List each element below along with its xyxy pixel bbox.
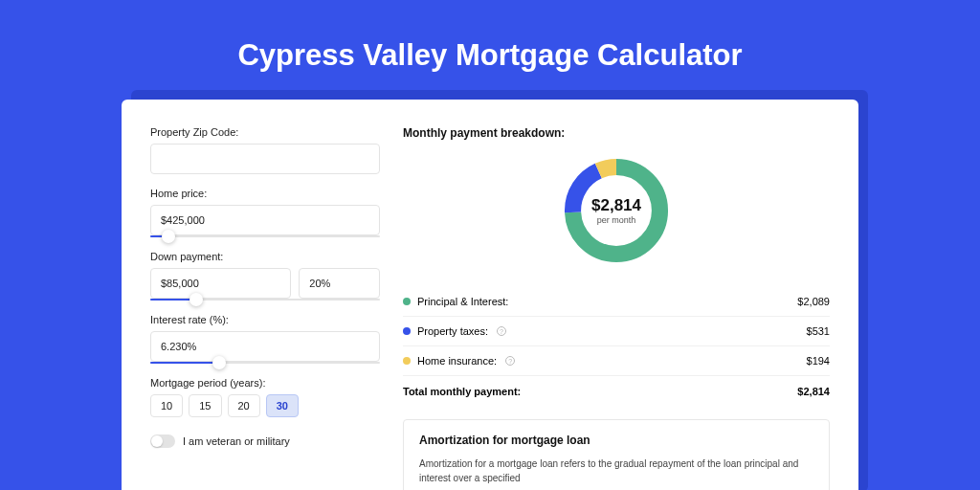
amortization-title: Amortization for mortgage loan: [419, 434, 813, 447]
results-column: Monthly payment breakdown: $2,814 per mo…: [403, 126, 830, 475]
input-column: Property Zip Code: Home price: Down paym…: [150, 126, 380, 475]
donut-center: $2,814 per month: [559, 153, 674, 268]
legend-label-principal: Principal & Interest:: [417, 296, 508, 307]
price-slider[interactable]: [150, 235, 380, 237]
down-slider[interactable]: [150, 299, 380, 301]
breakdown-title: Monthly payment breakdown:: [403, 126, 830, 140]
legend-label-taxes: Property taxes:: [417, 325, 488, 337]
rate-field: Interest rate (%):: [150, 314, 380, 364]
amortization-text: Amortization for a mortgage loan refers …: [419, 457, 813, 485]
legend-row-principal: Principal & Interest: $2,089: [403, 287, 830, 317]
calculator-card: Property Zip Code: Home price: Down paym…: [122, 100, 858, 490]
down-field: Down payment:: [150, 251, 380, 301]
dot-insurance: [403, 357, 411, 365]
donut-wrap: $2,814 per month: [403, 144, 830, 283]
dot-taxes: [403, 327, 411, 335]
rate-input[interactable]: [150, 331, 380, 362]
amortization-box: Amortization for mortgage loan Amortizat…: [403, 419, 830, 490]
veteran-label: I am veteran or military: [183, 435, 290, 447]
info-icon[interactable]: ?: [505, 356, 515, 366]
legend: Principal & Interest: $2,089 Property ta…: [403, 287, 830, 406]
price-slider-thumb[interactable]: [162, 230, 175, 243]
rate-slider[interactable]: [150, 362, 380, 364]
donut-chart: $2,814 per month: [559, 153, 674, 268]
zip-field: Property Zip Code:: [150, 126, 380, 174]
legend-label-insurance: Home insurance:: [417, 355, 497, 367]
zip-label: Property Zip Code:: [150, 126, 380, 138]
down-amount-input[interactable]: [150, 268, 291, 299]
rate-label: Interest rate (%):: [150, 314, 380, 325]
period-buttons: 10 15 20 30: [150, 394, 380, 417]
rate-slider-fill: [150, 362, 219, 364]
price-field: Home price:: [150, 188, 380, 237]
dot-principal: [403, 298, 411, 305]
down-slider-thumb[interactable]: [189, 293, 203, 306]
down-label: Down payment:: [150, 251, 380, 262]
legend-value-principal: $2,089: [797, 296, 830, 307]
price-input[interactable]: [150, 205, 380, 235]
legend-row-taxes: Property taxes: ? $531: [403, 317, 830, 346]
down-percent-input[interactable]: [299, 268, 380, 299]
veteran-toggle[interactable]: [150, 434, 175, 448]
period-btn-20[interactable]: 20: [228, 394, 260, 417]
legend-value-taxes: $531: [807, 325, 830, 337]
period-btn-15[interactable]: 15: [189, 394, 221, 417]
legend-value-insurance: $194: [807, 355, 830, 367]
donut-amount: $2,814: [591, 196, 641, 215]
total-value: $2,814: [797, 386, 830, 397]
total-label: Total monthly payment:: [403, 386, 521, 397]
rate-slider-thumb[interactable]: [212, 356, 226, 369]
info-icon[interactable]: ?: [497, 326, 506, 336]
period-field: Mortgage period (years): 10 15 20 30: [150, 377, 380, 417]
legend-row-total: Total monthly payment: $2,814: [403, 376, 830, 406]
period-btn-10[interactable]: 10: [150, 394, 183, 417]
price-label: Home price:: [150, 188, 380, 199]
donut-sub: per month: [597, 215, 636, 225]
legend-row-insurance: Home insurance: ? $194: [403, 346, 830, 376]
page-title: Cypress Valley Mortgage Calculator: [0, 0, 980, 100]
period-label: Mortgage period (years):: [150, 377, 380, 389]
period-btn-30[interactable]: 30: [266, 394, 299, 417]
zip-input[interactable]: [150, 144, 380, 174]
veteran-row: I am veteran or military: [150, 434, 380, 448]
